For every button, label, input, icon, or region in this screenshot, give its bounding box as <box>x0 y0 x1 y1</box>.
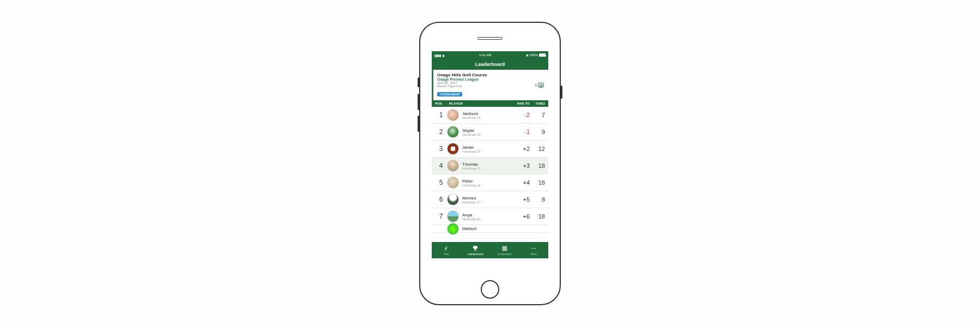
comment-count: 5 <box>535 83 537 87</box>
battery-percent: 100% <box>530 53 538 57</box>
tab-scorecards[interactable]: Scorecards <box>490 242 519 258</box>
player-info: JavierHandicap 15 <box>462 145 511 153</box>
position: 2 <box>435 128 447 136</box>
scorecard-icon <box>501 245 508 252</box>
col-par: PAR TO <box>511 102 530 105</box>
player-name: Peter <box>462 179 511 184</box>
par-to: +5 <box>511 196 530 203</box>
player-info: ThomasHandicap 15 <box>462 162 511 170</box>
league-name: Osage Premier League <box>437 77 544 81</box>
player-info: AnyaHandicap 20 <box>462 213 511 221</box>
handicap: Handicap 17 <box>462 201 511 204</box>
avatar <box>447 210 459 222</box>
avatar <box>447 160 459 172</box>
mute-switch <box>418 77 419 87</box>
avatar <box>447 177 459 189</box>
col-pos: POS <box>435 102 447 105</box>
player-name: Anya <box>462 213 511 217</box>
player-info: PeterHandicap 16 <box>462 179 511 187</box>
handicap: Handicap 15 <box>462 150 511 153</box>
player-name: Javier <box>462 145 511 150</box>
volume-up <box>418 94 419 110</box>
handicap: Handicap 15 <box>462 116 511 119</box>
svg-point-1 <box>533 248 534 249</box>
leaderboard-row[interactable]: Madison <box>432 225 548 233</box>
thru: 12 <box>530 146 545 152</box>
tournament-info-card[interactable]: Osage Hills Golf Course Osage Premier Le… <box>432 70 548 100</box>
par-to: -2 <box>511 112 530 118</box>
col-thru: THRU <box>530 102 545 105</box>
par-to: +4 <box>511 179 530 186</box>
leaderboard-row[interactable]: 5PeterHandicap 16+418 <box>432 174 548 191</box>
leaderboard-row[interactable]: 6AhmedHandicap 17+58 <box>432 191 548 208</box>
leaderboard-row[interactable]: 7AnyaHandicap 20+618 <box>432 208 548 225</box>
avatar <box>447 143 459 155</box>
status-bar: ▮▮▮▮ ◉ 9:41 AM ✱ 100% <box>432 51 548 59</box>
player-name: Madison <box>462 227 511 231</box>
player-info: AhmedHandicap 17 <box>462 196 511 204</box>
position: 6 <box>435 196 447 203</box>
par-to: +6 <box>511 213 530 220</box>
comments-button[interactable]: 5 <box>535 83 544 88</box>
position: 4 <box>435 162 447 169</box>
comment-icon <box>538 83 544 88</box>
avatar <box>447 193 459 205</box>
trophy-icon <box>472 245 479 252</box>
svg-point-2 <box>535 248 536 249</box>
phone-frame: ▮▮▮▮ ◉ 9:41 AM ✱ 100% Leaderboard Osage … <box>419 22 561 305</box>
avatar <box>447 109 459 121</box>
player-name: Ahmed <box>462 196 511 201</box>
position: 7 <box>435 213 447 220</box>
tournament-badge: TOURNAMENT <box>437 92 462 96</box>
position: 5 <box>435 179 447 186</box>
volume-down <box>418 116 419 132</box>
handicap: Handicap 18 <box>462 133 511 136</box>
bluetooth-icon: ✱ <box>526 53 529 57</box>
tab-more-label: More <box>531 252 537 256</box>
player-info: JacksonHandicap 15 <box>462 111 511 119</box>
avatar <box>447 223 459 235</box>
table-header: POS PLAYER PAR TO THRU <box>432 100 548 107</box>
thru: 9 <box>530 129 545 135</box>
home-button[interactable] <box>481 280 499 299</box>
tab-bar: Play Leaderboard Scorecards More <box>432 242 548 258</box>
thru: 18 <box>530 213 545 220</box>
status-time: 9:41 AM <box>479 53 491 57</box>
page-title: Leaderboard <box>475 62 505 67</box>
screen: ▮▮▮▮ ◉ 9:41 AM ✱ 100% Leaderboard Osage … <box>432 51 548 258</box>
player-info: SkylarHandicap 18 <box>462 128 511 136</box>
player-name: Thomas <box>462 162 511 167</box>
leaderboard-row[interactable]: 3JavierHandicap 15+212 <box>432 141 548 158</box>
thru: 18 <box>530 179 545 186</box>
more-icon <box>530 245 537 252</box>
leaderboard-row[interactable]: 1JacksonHandicap 15-27 <box>432 107 548 124</box>
position: 1 <box>435 111 447 119</box>
course-name: Osage Hills Golf Course <box>437 72 544 77</box>
par-to: -1 <box>511 129 530 135</box>
nav-bar: Leaderboard <box>432 59 548 70</box>
player-name: Skylar <box>462 128 511 133</box>
svg-point-0 <box>531 248 532 249</box>
leaderboard-rows[interactable]: 1JacksonHandicap 15-272SkylarHandicap 18… <box>432 107 548 242</box>
tab-more[interactable]: More <box>519 242 549 258</box>
round-type: Round Type: Full <box>437 84 544 88</box>
thru: 8 <box>530 196 545 203</box>
thru: 7 <box>530 112 545 118</box>
golfer-icon <box>443 245 450 252</box>
leaderboard-row[interactable]: 2SkylarHandicap 18-19 <box>432 124 548 141</box>
player-name: Jackson <box>462 111 511 116</box>
position: 3 <box>435 145 447 153</box>
col-player: PLAYER <box>447 102 511 105</box>
par-to: +3 <box>511 162 530 169</box>
speaker <box>477 37 503 40</box>
side-button <box>561 86 562 99</box>
player-info: Madison <box>462 227 511 231</box>
handicap: Handicap 20 <box>462 217 511 221</box>
wifi-icon: ◉ <box>442 53 445 57</box>
leaderboard-row[interactable]: 4ThomasHandicap 15+318 <box>432 158 548 174</box>
tab-leaderboard[interactable]: Leaderboard <box>461 242 491 258</box>
tab-play[interactable]: Play <box>432 242 461 258</box>
battery-icon <box>539 53 546 57</box>
tab-scorecards-label: Scorecards <box>498 252 511 256</box>
handicap: Handicap 16 <box>462 184 511 187</box>
